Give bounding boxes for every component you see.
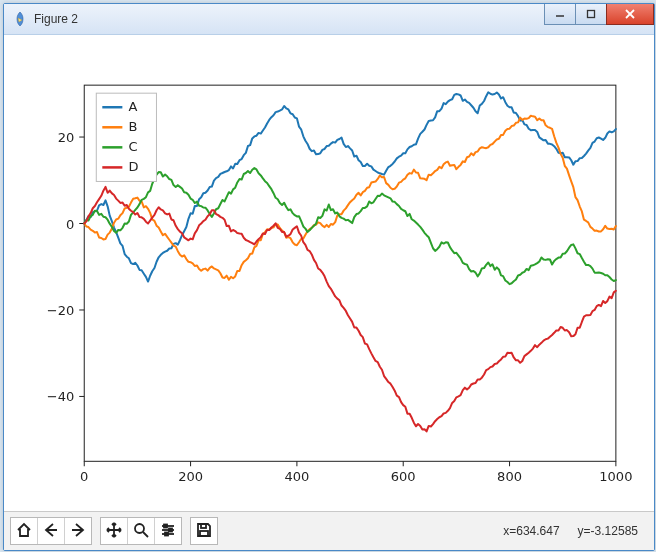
legend-label: B [128,119,137,134]
app-window: Figure 2 0200 [3,3,655,551]
svg-point-14 [135,524,144,533]
x-tick-label: 400 [284,469,309,484]
forward-button[interactable] [65,518,91,544]
minimize-icon [555,9,565,19]
window-title: Figure 2 [34,12,78,26]
x-tick-label: 0 [80,469,88,484]
app-tk-icon [12,11,28,27]
legend-label: A [128,99,137,114]
save-button[interactable] [191,518,217,544]
close-icon [624,9,636,19]
legend-label: C [128,139,137,154]
figure-area[interactable]: 02004006008001000−40−20020ABCD [4,35,654,511]
view-group [100,517,182,545]
maximize-icon [586,9,596,19]
move-icon [105,521,123,542]
y-tick-label: −20 [47,303,74,318]
x-tick-label: 800 [497,469,522,484]
y-tick-label: 0 [66,217,74,232]
chart-canvas: 02004006008001000−40−20020ABCD [4,35,654,514]
titlebar[interactable]: Figure 2 [4,4,654,35]
y-tick-label: 20 [58,130,75,145]
maximize-button[interactable] [575,4,607,25]
svg-rect-21 [165,532,168,535]
x-tick-label: 1000 [599,469,632,484]
status-y: y=-3.12585 [578,524,638,538]
pan-button[interactable] [101,518,128,544]
svg-rect-23 [200,531,208,536]
svg-rect-17 [164,524,167,527]
nav-group [10,517,92,545]
x-tick-label: 200 [178,469,203,484]
configure-button[interactable] [155,518,181,544]
window-controls [545,4,654,24]
y-tick-label: −40 [47,389,74,404]
arrow-left-icon [42,521,60,542]
svg-rect-1 [588,11,595,18]
svg-rect-22 [201,524,206,528]
svg-line-15 [143,532,148,537]
zoom-button[interactable] [128,518,155,544]
minimize-button[interactable] [544,4,576,25]
legend-label: D [128,159,138,174]
status-x: x=634.647 [503,524,559,538]
zoom-icon [132,521,150,542]
x-tick-label: 600 [391,469,416,484]
back-button[interactable] [38,518,65,544]
save-icon [195,521,213,542]
toolbar: x=634.647 y=-3.12585 [4,511,654,550]
sliders-icon [159,521,177,542]
home-button[interactable] [11,518,38,544]
home-icon [15,521,33,542]
axes-frame [84,85,616,461]
io-group [190,517,218,545]
arrow-right-icon [69,521,87,542]
svg-rect-19 [169,528,172,531]
status-bar: x=634.647 y=-3.12585 [503,524,648,538]
close-button[interactable] [606,4,654,25]
